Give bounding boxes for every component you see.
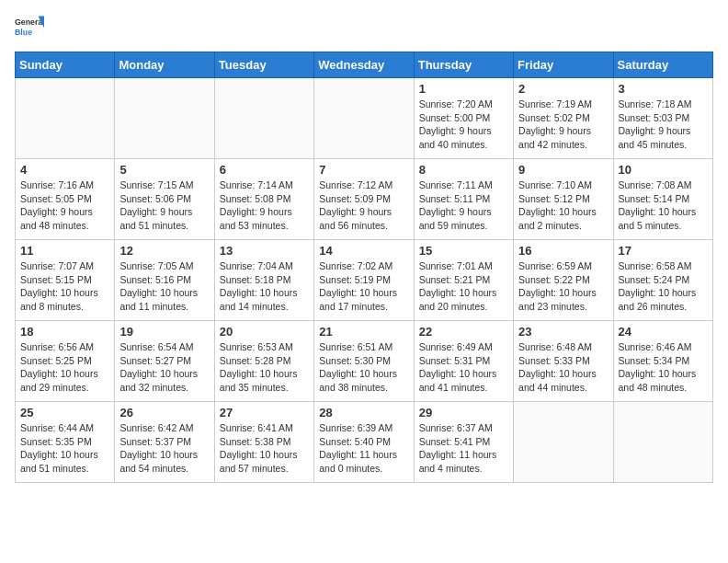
day-number: 17 [619,244,708,258]
calendar-week-1: 1Sunrise: 7:20 AMSunset: 5:00 PMDaylight… [16,78,713,159]
calendar-cell: 17Sunrise: 6:58 AMSunset: 5:24 PMDayligh… [613,240,712,321]
calendar-cell [115,78,214,159]
calendar-cell: 23Sunrise: 6:48 AMSunset: 5:33 PMDayligh… [514,321,613,402]
day-info: Sunrise: 7:05 AMSunset: 5:16 PMDaylight:… [119,259,209,314]
day-info: Sunrise: 7:20 AMSunset: 5:00 PMDaylight:… [419,98,508,152]
calendar-cell: 27Sunrise: 6:41 AMSunset: 5:38 PMDayligh… [214,402,313,483]
day-info: Sunrise: 6:39 AMSunset: 5:40 PMDaylight:… [319,421,408,476]
calendar-cell: 10Sunrise: 7:08 AMSunset: 5:14 PMDayligh… [613,159,712,240]
calendar-cell: 25Sunrise: 6:44 AMSunset: 5:35 PMDayligh… [16,402,115,483]
day-info: Sunrise: 7:12 AMSunset: 5:09 PMDaylight:… [319,178,408,233]
calendar-cell [514,402,613,483]
calendar-cell: 18Sunrise: 6:56 AMSunset: 5:25 PMDayligh… [16,321,115,402]
calendar-week-2: 4Sunrise: 7:16 AMSunset: 5:05 PMDaylight… [16,159,713,240]
day-number: 22 [419,325,508,339]
day-info: Sunrise: 6:59 AMSunset: 5:22 PMDaylight:… [518,259,608,314]
day-number: 2 [518,82,608,96]
calendar-cell: 7Sunrise: 7:12 AMSunset: 5:09 PMDaylight… [314,159,414,240]
day-number: 14 [319,244,408,258]
day-info: Sunrise: 6:58 AMSunset: 5:24 PMDaylight:… [619,259,708,314]
calendar-cell: 19Sunrise: 6:54 AMSunset: 5:27 PMDayligh… [115,321,214,402]
day-number: 13 [220,244,309,258]
calendar-cell: 22Sunrise: 6:49 AMSunset: 5:31 PMDayligh… [414,321,513,402]
calendar-week-5: 25Sunrise: 6:44 AMSunset: 5:35 PMDayligh… [16,402,713,483]
header-day-thursday: Thursday [414,52,513,78]
calendar-cell: 6Sunrise: 7:14 AMSunset: 5:08 PMDaylight… [214,159,313,240]
day-info: Sunrise: 6:53 AMSunset: 5:28 PMDaylight:… [220,340,309,395]
day-info: Sunrise: 6:56 AMSunset: 5:25 PMDaylight:… [20,340,109,395]
day-info: Sunrise: 6:54 AMSunset: 5:27 PMDaylight:… [119,340,209,395]
day-info: Sunrise: 7:14 AMSunset: 5:08 PMDaylight:… [220,178,309,233]
calendar-cell: 5Sunrise: 7:15 AMSunset: 5:06 PMDaylight… [115,159,214,240]
logo-icon: General Blue [15,15,44,44]
header-row: SundayMondayTuesdayWednesdayThursdayFrid… [16,52,713,78]
day-number: 6 [220,163,309,177]
day-info: Sunrise: 7:11 AMSunset: 5:11 PMDaylight:… [419,178,508,233]
day-number: 1 [419,82,508,96]
calendar-cell: 29Sunrise: 6:37 AMSunset: 5:41 PMDayligh… [414,402,513,483]
day-info: Sunrise: 7:18 AMSunset: 5:03 PMDaylight:… [619,98,708,152]
svg-text:Blue: Blue [15,28,32,37]
header-day-monday: Monday [115,52,214,78]
calendar-body: 1Sunrise: 7:20 AMSunset: 5:00 PMDaylight… [16,78,713,483]
calendar-cell [16,78,115,159]
calendar-cell: 3Sunrise: 7:18 AMSunset: 5:03 PMDaylight… [613,78,712,159]
day-number: 15 [419,244,508,258]
header-day-saturday: Saturday [613,52,712,78]
day-info: Sunrise: 7:07 AMSunset: 5:15 PMDaylight:… [20,259,109,314]
calendar-cell: 11Sunrise: 7:07 AMSunset: 5:15 PMDayligh… [16,240,115,321]
calendar-cell: 16Sunrise: 6:59 AMSunset: 5:22 PMDayligh… [514,240,613,321]
day-info: Sunrise: 6:42 AMSunset: 5:37 PMDaylight:… [119,421,209,476]
day-number: 3 [619,82,708,96]
day-info: Sunrise: 7:04 AMSunset: 5:18 PMDaylight:… [220,259,309,314]
day-info: Sunrise: 6:46 AMSunset: 5:34 PMDaylight:… [619,340,708,395]
calendar-cell: 24Sunrise: 6:46 AMSunset: 5:34 PMDayligh… [613,321,712,402]
calendar-header: SundayMondayTuesdayWednesdayThursdayFrid… [16,52,713,78]
logo: General Blue [15,15,44,44]
header-day-tuesday: Tuesday [214,52,313,78]
day-number: 23 [518,325,608,339]
day-info: Sunrise: 6:44 AMSunset: 5:35 PMDaylight:… [20,421,109,476]
day-info: Sunrise: 6:41 AMSunset: 5:38 PMDaylight:… [220,421,309,476]
calendar-cell: 4Sunrise: 7:16 AMSunset: 5:05 PMDaylight… [16,159,115,240]
day-number: 4 [20,163,109,177]
calendar-cell: 1Sunrise: 7:20 AMSunset: 5:00 PMDaylight… [414,78,513,159]
calendar-cell: 14Sunrise: 7:02 AMSunset: 5:19 PMDayligh… [314,240,414,321]
day-number: 16 [518,244,608,258]
calendar-cell: 15Sunrise: 7:01 AMSunset: 5:21 PMDayligh… [414,240,513,321]
day-info: Sunrise: 7:10 AMSunset: 5:12 PMDaylight:… [518,178,608,233]
calendar-table: SundayMondayTuesdayWednesdayThursdayFrid… [15,52,713,483]
day-number: 29 [419,406,508,419]
day-info: Sunrise: 7:01 AMSunset: 5:21 PMDaylight:… [419,259,508,314]
header-day-friday: Friday [514,52,613,78]
day-info: Sunrise: 6:37 AMSunset: 5:41 PMDaylight:… [419,421,508,476]
day-info: Sunrise: 6:49 AMSunset: 5:31 PMDaylight:… [419,340,508,395]
day-number: 24 [619,325,708,339]
calendar-cell: 9Sunrise: 7:10 AMSunset: 5:12 PMDaylight… [514,159,613,240]
calendar-cell: 21Sunrise: 6:51 AMSunset: 5:30 PMDayligh… [314,321,414,402]
day-number: 25 [20,406,109,419]
calendar-cell: 13Sunrise: 7:04 AMSunset: 5:18 PMDayligh… [214,240,313,321]
day-info: Sunrise: 6:48 AMSunset: 5:33 PMDaylight:… [518,340,608,395]
day-info: Sunrise: 7:15 AMSunset: 5:06 PMDaylight:… [119,178,209,233]
day-number: 19 [119,325,209,339]
day-info: Sunrise: 6:51 AMSunset: 5:30 PMDaylight:… [319,340,408,395]
day-number: 8 [419,163,508,177]
day-number: 20 [220,325,309,339]
day-number: 21 [319,325,408,339]
calendar-cell: 12Sunrise: 7:05 AMSunset: 5:16 PMDayligh… [115,240,214,321]
day-number: 12 [119,244,209,258]
day-number: 27 [220,406,309,419]
day-number: 18 [20,325,109,339]
calendar-cell [613,402,712,483]
calendar-cell: 28Sunrise: 6:39 AMSunset: 5:40 PMDayligh… [314,402,414,483]
calendar-cell: 26Sunrise: 6:42 AMSunset: 5:37 PMDayligh… [115,402,214,483]
day-info: Sunrise: 7:19 AMSunset: 5:02 PMDaylight:… [518,98,608,152]
day-number: 11 [20,244,109,258]
day-number: 26 [119,406,209,419]
day-info: Sunrise: 7:08 AMSunset: 5:14 PMDaylight:… [619,178,708,233]
day-info: Sunrise: 7:16 AMSunset: 5:05 PMDaylight:… [20,178,109,233]
calendar-cell: 2Sunrise: 7:19 AMSunset: 5:02 PMDaylight… [514,78,613,159]
day-number: 7 [319,163,408,177]
calendar-cell [214,78,313,159]
